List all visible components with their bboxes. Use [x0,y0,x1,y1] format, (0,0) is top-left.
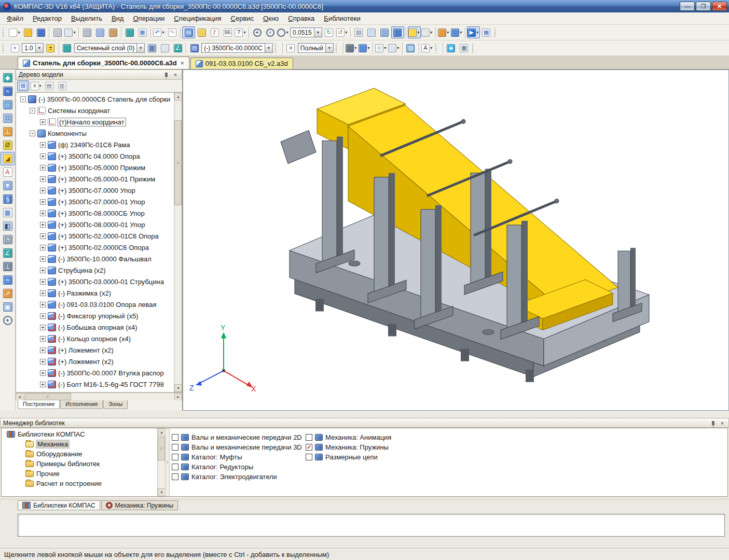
hide-components-button[interactable]: ▾ [450,26,463,38]
filter-button[interactable]: ▾ [345,42,358,54]
undo-button[interactable]: ↶ ▾ [153,26,166,38]
redo-button[interactable]: ↷ [166,26,178,38]
tree-expand-box[interactable]: + [40,382,46,387]
selection-pointer-button[interactable]: ▶ ▾ [467,26,480,38]
reports-tool[interactable]: ▦ [1,206,15,219]
menu-item[interactable]: Редактор [28,13,66,24]
tree-item[interactable]: + (+) 3500Пс-08.0000СБ Упор [16,207,174,219]
tree-item[interactable]: + (+) 3500Пс-07.0000 Упор [16,185,174,196]
viewport-3d[interactable]: Y X Z [183,69,729,411]
tree-expand-box[interactable]: - [20,96,26,102]
scrollbar-thumb[interactable]: ≡ [158,437,165,460]
tree-expand-box[interactable]: + [40,256,46,262]
current-component-combo[interactable]: (-) 3500Пс-00.0000С ▾ [201,42,273,54]
scroll-down-icon[interactable]: ▼ [158,488,166,496]
pin-icon[interactable] [709,419,717,426]
print-button[interactable] [51,26,64,38]
tree-expand-box[interactable]: + [40,313,46,319]
orientation-button[interactable]: ▾ [408,26,421,38]
tree-item[interactable]: + (+) 3500Пс-03.0000-01 Струбцина [16,276,174,287]
tree-item[interactable]: + (-) Кольцо опорное (х4) [16,333,174,344]
document-tab[interactable]: Стапель для сборки_3500Пс-00.0000С6.a3d … [18,57,189,69]
tree-item[interactable]: + (+) 3500Пс 04.0000 Опора [16,150,174,162]
tree-expand-box[interactable]: + [40,370,46,376]
tree-item[interactable]: + (+) 3500Пс-08.0000-01 Упор [16,219,174,230]
tree-item[interactable]: + (+) 3500Пс-02.0000-01С6 Опора [16,230,174,242]
tree-expand-box[interactable]: + [40,211,46,216]
tree-item[interactable]: + (+) Ложемент (х2) [16,344,174,356]
scroll-up-icon[interactable]: ▲ [174,93,182,101]
report-button[interactable]: ▦ [458,42,471,54]
menu-item[interactable]: Сервис [226,13,259,24]
rotate-view-button[interactable]: ↺ ▾ [336,26,349,38]
library-item[interactable]: Размерные цепи [306,452,461,462]
close-button[interactable]: ✕ [712,2,727,11]
refresh-view-button[interactable]: ↻ [323,26,336,38]
relations-page-button[interactable]: ▥ [56,80,68,91]
tree-expand-box[interactable]: + [40,245,46,250]
maximize-button[interactable]: ❐ [696,2,711,11]
tree-expand-box[interactable]: + [40,153,46,159]
minimize-button[interactable]: — [680,2,695,11]
dimension-style-button[interactable]: A ▾ [421,42,434,54]
cursor-step-combo[interactable]: 1.0 ▾ [21,42,44,54]
library-item-checkbox[interactable] [172,434,178,441]
layer-states-button[interactable]: ▥ [145,42,158,54]
tree-expand-box[interactable]: + [40,188,46,193]
zoom-scale-combo[interactable]: 0.0515 ▾ [290,26,323,38]
filters-tool[interactable]: ▼ [1,179,15,192]
zoom-rect-button[interactable]: ▫ [264,26,277,38]
tree-expand-box[interactable]: + [40,199,46,205]
tree-item[interactable]: + (-) Бобышка опорная (х4) [16,321,174,333]
tree-tab[interactable]: Построение [18,400,60,409]
model-3d[interactable]: Y X Z [183,70,728,410]
tree-tab[interactable]: Зоны [103,400,128,409]
tree-item[interactable]: + Струбцина (х2) [16,264,174,276]
library-tree-item[interactable]: Библиотеки КОМПАС [2,429,157,439]
save-button[interactable] [34,26,47,38]
menu-item[interactable]: Окно [258,13,283,24]
library-tree-scrollbar[interactable]: ▲ ≡ ▼ [157,428,165,496]
library-tree-item[interactable]: Примеры библиотек [2,459,157,469]
library-tab[interactable]: Библиотеки КОМПАС [18,500,100,510]
layer-groups-button[interactable] [158,42,171,54]
wave-tool[interactable]: ≈ [1,273,15,287]
tree-composition-button[interactable]: ≡ ▾ [30,80,42,91]
tree-structure-button[interactable]: ⊞ [17,80,29,91]
tree-item[interactable]: + (т)Начало координат [16,116,174,128]
print-preview-button[interactable]: ▾ [64,26,77,38]
tree-expand-box[interactable]: + [40,165,46,171]
tree-item[interactable]: - (-) 3500Пс-00.0000С6 Стапель для сборк… [16,93,174,105]
library-tab[interactable]: Механика: Пружины [101,500,178,510]
open-document-button[interactable] [21,26,34,38]
tree-expand-box[interactable]: + [40,176,46,182]
tree-expand-box[interactable]: + [40,325,46,330]
library-item[interactable]: Механика: Анимация [306,432,461,442]
spreadsheet-button[interactable]: ▦ [136,26,149,38]
tree-tab[interactable]: Исполнения [60,400,103,409]
tree-expand-box[interactable]: + [40,359,46,365]
tree-expand-box[interactable]: + [40,279,46,285]
library-item[interactable]: Каталог: Муфты [172,452,306,462]
tab-close-icon[interactable]: × [180,60,184,67]
library-manager-button[interactable]: ◈ [445,42,458,54]
copy-properties-button[interactable] [123,26,136,38]
measure-tool[interactable]: Ø [1,138,15,152]
menu-item[interactable]: Выделить [66,13,107,24]
zoom-select-button[interactable]: ▾ [277,26,290,38]
panel-splitter[interactable] [0,411,729,418]
tree-item[interactable]: + (+) 3500Пс-02.0000С6 Опора [16,242,174,253]
trajectory-button[interactable]: ○ ▾ [375,42,388,54]
fill-button[interactable]: ▾ [358,42,371,54]
paste-button[interactable] [106,26,119,38]
scroll-down-icon[interactable]: ▼ [174,384,182,392]
menu-item[interactable]: Библиотеки [319,13,365,24]
angle-tool[interactable]: ∠ [1,246,15,260]
tree-expand-box[interactable]: + [40,119,46,125]
cursor-step-button[interactable]: + [8,42,21,54]
tree-item[interactable]: + (+) Ложемент (х2) [16,356,174,367]
tree-item[interactable]: + (ф) 2349Пс-01С6 Рама [16,139,174,150]
menu-item[interactable]: Файл [2,13,28,24]
scrollbar-track[interactable]: ≡ [174,101,182,384]
sketch-tool[interactable]: ◢ [1,152,15,165]
